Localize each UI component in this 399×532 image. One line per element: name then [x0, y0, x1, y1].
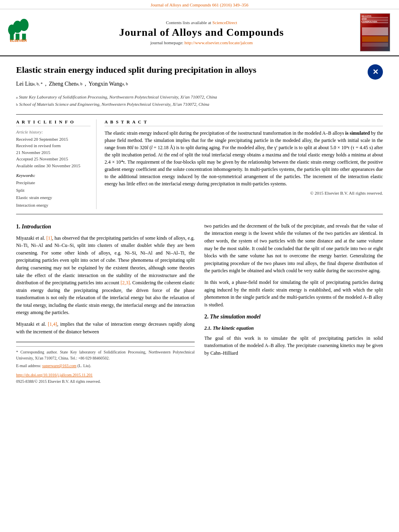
- email-link[interactable]: superware@163.com: [42, 364, 76, 368]
- footnote-corresponding: * Corresponding author. State Key labora…: [16, 349, 195, 361]
- journal-homepage: journal homepage: http://www.elsevier.co…: [48, 40, 355, 45]
- homepage-link[interactable]: http://www.elsevier.com/locate/jalcom: [185, 40, 253, 45]
- keyword-1: Precipitate: [16, 179, 90, 187]
- article-footer: http://dx.doi.org/10.1016/j.jallcom.2015…: [16, 372, 195, 384]
- article-content: Elastic strain energy induced split duri…: [0, 56, 399, 392]
- abstract-text: The elastic strain energy induced split …: [105, 129, 383, 187]
- affiliations: a State Key Laboratory of Solidification…: [16, 94, 383, 108]
- author-2: Zheng Chen: [49, 81, 77, 87]
- sciencedirect-text: Contents lists available at ScienceDirec…: [48, 20, 355, 25]
- author-3: Yongxin Wang: [88, 81, 122, 87]
- intro-para-4: In this work, a phase-field model for si…: [204, 279, 383, 308]
- intro-para-3: two particles and the decrement of the b…: [204, 222, 383, 275]
- simulation-para-1: The goal of this work is to simulate the…: [204, 335, 383, 357]
- article-info-abstract: A R T I C L E I N F O Article history: R…: [16, 114, 383, 214]
- doi-link-line: http://dx.doi.org/10.1016/j.jallcom.2015…: [16, 372, 195, 378]
- copyright-notice: © 2015 Elsevier B.V. All rights reserved…: [105, 191, 383, 195]
- simulation-model-heading: 2. The simulation model: [204, 312, 383, 321]
- accepted-date: Accepted 25 November 2015: [16, 156, 90, 162]
- authors-line: Lei Liu a, b, * , Zheng Chen a, b , Yong…: [16, 81, 368, 87]
- issn-line: 0925-8388/© 2015 Elsevier B.V. All right…: [16, 378, 195, 385]
- footnotes: * Corresponding author. State Key labora…: [16, 346, 195, 369]
- svg-point-4: [19, 19, 29, 31]
- affiliation-a: a State Key Laboratory of Solidification…: [16, 94, 383, 101]
- top-bar: Journal of Alloys and Compounds 661 (201…: [0, 0, 399, 9]
- keyword-4: Interaction energy: [16, 201, 90, 209]
- svg-text:ELSEVIER: ELSEVIER: [10, 39, 27, 43]
- footnote-email: E-mail address: superware@163.com (L. Li…: [16, 363, 195, 369]
- abstract-column: A B S T R A C T The elastic strain energ…: [105, 119, 383, 209]
- journal-logo-right: ALLOYSANDCOMPOUNDS: [359, 13, 391, 51]
- article-info-column: A R T I C L E I N F O Article history: R…: [16, 119, 97, 209]
- revised-label: Received in revised form: [16, 142, 90, 149]
- article-info-label: A R T I C L E I N F O: [16, 119, 90, 126]
- body-left-column: 1. Introduction Miyazaki et al. [1], has…: [16, 222, 195, 384]
- intro-para-2: Miyazaki et al. [1,4], implies that the …: [16, 320, 195, 335]
- keyword-3: Elastic strain energy: [16, 194, 90, 201]
- available-date: Available online 30 November 2015: [16, 162, 90, 169]
- kinetic-equation-heading: 2.1. The kinetic equation: [204, 325, 383, 332]
- body-right-column: two particles and the decrement of the b…: [204, 222, 383, 384]
- sciencedirect-link[interactable]: ScienceDirect: [212, 20, 237, 25]
- intro-para-1: Miyazaki et al. [1], has observed that t…: [16, 234, 195, 317]
- journal-reference: Journal of Alloys and Compounds 661 (201…: [151, 2, 249, 7]
- keyword-2: Split: [16, 187, 90, 194]
- revised-date: 21 November 2015: [16, 149, 90, 156]
- body-text: 1. Introduction Miyazaki et al. [1], has…: [16, 222, 383, 384]
- title-row: Elastic strain energy induced split duri…: [16, 64, 383, 90]
- received-date: Received 20 September 2015: [16, 136, 90, 143]
- elsevier-logo: ELSEVIER: [8, 18, 44, 46]
- author-1: Lei Liu: [16, 81, 33, 87]
- abstract-label: A B S T R A C T: [105, 119, 383, 126]
- journal-title: Journal of Alloys and Compounds: [48, 27, 355, 39]
- doi-link[interactable]: http://dx.doi.org/10.1016/j.jallcom.2015…: [16, 373, 93, 377]
- journal-center: Contents lists available at ScienceDirec…: [44, 20, 359, 45]
- keywords-label: Keywords:: [16, 173, 90, 178]
- history-label: Article history:: [16, 129, 90, 134]
- affiliation-b: b School of Materials Science and Engine…: [16, 101, 383, 108]
- footnote-divider: [16, 342, 195, 342]
- article-title: Elastic strain energy induced split duri…: [16, 64, 368, 76]
- crossmark-badge[interactable]: ✕: [368, 64, 383, 80]
- introduction-heading: 1. Introduction: [16, 222, 195, 231]
- journal-header: ELSEVIER Contents lists available at Sci…: [0, 9, 399, 56]
- journal-cover-image: ALLOYSANDCOMPOUNDS: [360, 13, 390, 51]
